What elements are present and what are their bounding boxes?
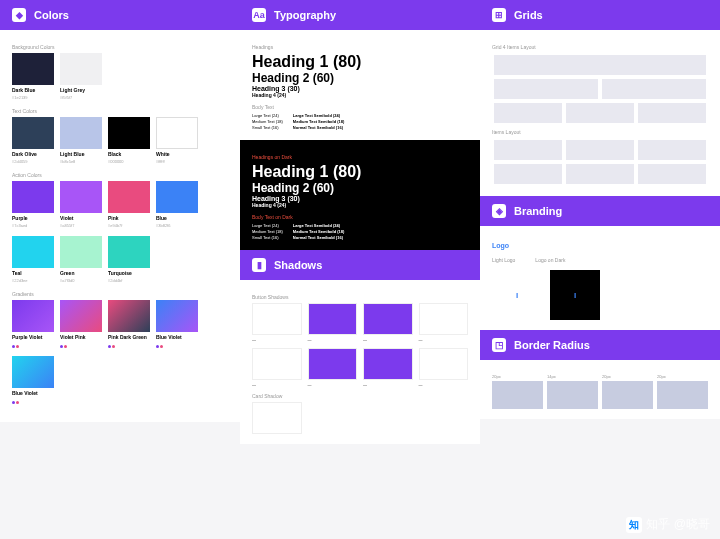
shadow-label: — xyxy=(363,337,413,342)
button-shadows-label: Button Shadows xyxy=(252,294,468,300)
swatch-hex: #1e2139 xyxy=(12,95,54,100)
grid-layout-2-label: Items Layout xyxy=(492,129,708,135)
body-text-sample: Normal Text Semibold (16) xyxy=(293,125,345,130)
colors-title: Colors xyxy=(34,9,69,21)
branding-header: ◈ Branding xyxy=(480,196,720,226)
grid-icon: ⊞ xyxy=(492,8,506,22)
swatch: Turquoise#2dd4bf xyxy=(108,236,150,283)
zhihu-icon: 知 xyxy=(626,517,642,533)
swatch-color xyxy=(108,181,150,213)
shadow-label: — xyxy=(419,337,469,342)
swatch-name: Dark Blue xyxy=(12,87,54,93)
body-text-sample: Small Text (16) xyxy=(252,125,283,130)
swatch-name: Violet Pink xyxy=(60,334,102,340)
swatch-name: Pink Dark Green xyxy=(108,334,150,340)
swatch: Teal#22d3ee xyxy=(12,236,54,283)
swatch: Blue Violet xyxy=(156,300,198,348)
swatch-color xyxy=(12,181,54,213)
typography-body: Headings Heading 1 (80) Heading 2 (60) H… xyxy=(240,30,480,140)
branding-body: Logo Light Logo Logo on Dark I I xyxy=(480,226,720,330)
grid-cell xyxy=(602,79,706,99)
body-text-sample: Large Text (24) xyxy=(252,113,283,118)
h2-dark: Heading 2 (60) xyxy=(252,181,468,195)
swatch-hex: #22d3ee xyxy=(12,278,54,283)
swatch-hex: #b8c5e8 xyxy=(60,159,102,164)
swatch: Violet#a855f7 xyxy=(60,181,102,228)
swatch-color xyxy=(12,236,54,268)
typography-dark: Headings on Dark Heading 1 (80) Heading … xyxy=(240,140,480,250)
swatch: Pink Dark Green xyxy=(108,300,150,348)
swatch-color xyxy=(60,53,102,85)
swatch-hex: #2dd4bf xyxy=(108,278,150,283)
swatch-name: Light Grey xyxy=(60,87,102,93)
radius-label: 20px xyxy=(492,374,543,379)
swatch: Blue#3b82f6 xyxy=(156,181,198,228)
swatch-color xyxy=(12,300,54,332)
swatch-name: Blue Violet xyxy=(156,334,198,340)
grid-cell xyxy=(494,55,706,75)
h3: Heading 3 (30) xyxy=(252,85,468,92)
type-icon: Aa xyxy=(252,8,266,22)
body-text-sample: Normal Text Semibold (16) xyxy=(293,235,345,240)
headings-dark-label: Headings on Dark xyxy=(252,154,468,160)
logo-dark-label: Logo on Dark xyxy=(535,257,565,263)
shadow-label: — xyxy=(363,382,413,387)
swatch-hex: #ffffff xyxy=(156,159,198,164)
swatch-color xyxy=(60,236,102,268)
grid-cell xyxy=(638,103,706,123)
shadow-label: — xyxy=(419,382,469,387)
h4-dark: Heading 4 (24) xyxy=(252,202,468,208)
card-shadow-box xyxy=(252,402,302,434)
body-label: Body Text xyxy=(252,104,468,110)
swatch-hex: #f5f5f7 xyxy=(60,95,102,100)
swatch-hex: #000000 xyxy=(108,159,150,164)
typography-header: Aa Typography xyxy=(240,0,480,30)
swatch-name: Green xyxy=(60,270,102,276)
grid-layout-1-label: Grid 4 Items Layout xyxy=(492,44,708,50)
swatch-hex: #a855f7 xyxy=(60,223,102,228)
radius-label: 14px xyxy=(547,374,598,379)
swatch-name: Violet xyxy=(60,215,102,221)
grid-cell xyxy=(638,164,706,184)
diamond-icon: ◈ xyxy=(492,204,506,218)
body-text-sample: Medium Text (18) xyxy=(252,119,283,124)
bg-colors-label: Background Colors xyxy=(12,44,228,50)
shadow-label: — xyxy=(252,382,302,387)
shadow-box xyxy=(419,303,469,335)
grid-cell xyxy=(566,103,634,123)
shadow-box xyxy=(363,348,413,380)
grids-header: ⊞ Grids xyxy=(480,0,720,30)
colors-body: Background Colors Dark Blue#1e2139Light … xyxy=(0,30,240,422)
body-dark-label: Body Text on Dark xyxy=(252,214,468,220)
h2: Heading 2 (60) xyxy=(252,71,468,85)
shadow-box xyxy=(308,348,358,380)
swatch-name: Teal xyxy=(12,270,54,276)
swatch-name: White xyxy=(156,151,198,157)
body-text-sample: Small Text (16) xyxy=(252,235,283,240)
swatch-color xyxy=(60,300,102,332)
swatch-name: Light Blue xyxy=(60,151,102,157)
swatch-color xyxy=(156,117,198,149)
swatch: Pink#e94b7f xyxy=(108,181,150,228)
typography-title: Typography xyxy=(274,9,336,21)
shadow-box xyxy=(363,303,413,335)
grids-body: Grid 4 Items Layout Items Layout xyxy=(480,30,720,196)
colors-header: ◆ Colors xyxy=(0,0,240,30)
swatch-color xyxy=(108,117,150,149)
radius-label: 20px xyxy=(602,374,653,379)
radius-title: Border Radius xyxy=(514,339,590,351)
swatch-color xyxy=(12,356,54,388)
body-text-sample: Large Text Semibold (24) xyxy=(293,223,345,228)
swatch: Violet Pink xyxy=(60,300,102,348)
branding-title: Branding xyxy=(514,205,562,217)
palette-icon: ◆ xyxy=(12,8,26,22)
swatch-name: Dark Olive xyxy=(12,151,54,157)
watermark-text: 知乎 @晓哥 xyxy=(646,516,710,533)
swatch: Dark Blue#1e2139 xyxy=(12,53,54,100)
grid-cell xyxy=(494,164,562,184)
logo-light-label: Light Logo xyxy=(492,257,515,263)
radius-header: ◳ Border Radius xyxy=(480,330,720,360)
body-text-sample: Medium Text Semibold (18) xyxy=(293,119,345,124)
shadows-title: Shadows xyxy=(274,259,322,271)
swatch: Dark Olive#2d4059 xyxy=(12,117,54,164)
